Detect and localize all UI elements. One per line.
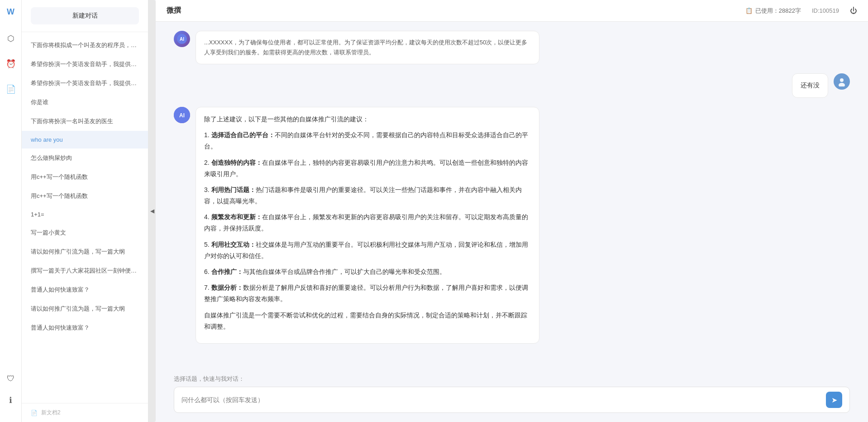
svg-text:AI: AI	[179, 112, 185, 119]
ai-message-row: AI 除了上述建议，以下是一些其他的自媒体推广引流的建议：1. 选择适合自己的平…	[174, 107, 850, 344]
ai-avatar-top: AI	[174, 31, 190, 47]
usage-text: 已使用：28822字	[755, 7, 801, 15]
svg-point-3	[840, 78, 844, 82]
toggle-arrow-icon: ◀	[150, 208, 154, 214]
top-ai-message: AI ...XXXXXX，为了确保每位使用者，都可以正常使用。为了保证资源平均分…	[174, 31, 850, 64]
new-chat-button[interactable]: 新建对话	[31, 7, 139, 24]
sidebar-item[interactable]: 希望你扮演一个英语发音助手，我提供给你...	[22, 55, 148, 74]
power-icon[interactable]: ⏻	[850, 7, 857, 15]
shield-icon[interactable]: 🛡	[4, 371, 18, 386]
hexagon-icon[interactable]: ⬡	[4, 31, 18, 46]
sidebar-list: 下面你将模拟成一个叫圣友的程序员，我说...希望你扮演一个英语发音助手，我提供给…	[22, 32, 148, 403]
app-logo[interactable]: W	[7, 7, 14, 17]
usage-info: 📋 已使用：28822字	[745, 7, 801, 15]
user-message-text: 还有没	[801, 82, 820, 89]
clock-icon[interactable]: ⏰	[4, 57, 18, 71]
sidebar-item[interactable]: 用c++写一个随机函数	[22, 168, 148, 187]
input-area: ➤	[174, 387, 850, 413]
send-button[interactable]: ➤	[826, 392, 842, 408]
user-avatar	[834, 73, 850, 90]
send-icon: ➤	[831, 396, 837, 404]
sidebar-item[interactable]: 你是谁	[22, 93, 148, 112]
chat-area: AI ...XXXXXX，为了确保每位使用者，都可以正常使用。为了保证资源平均分…	[156, 22, 868, 369]
top-message-bubble: ...XXXXXX，为了确保每位使用者，都可以正常使用。为了保证资源平均分配，建…	[196, 31, 539, 64]
sidebar-item[interactable]: 下面你将模拟成一个叫圣友的程序员，我说...	[22, 36, 148, 55]
sidebar-item[interactable]: 写一篇小黄文	[22, 223, 148, 242]
sidebar-header: 新建对话	[22, 0, 148, 32]
chat-bottom: 选择话题，快速与我对话： ➤	[156, 369, 868, 422]
quick-topics-label: 选择话题，快速与我对话：	[174, 375, 850, 383]
icon-bar: W ⬡ ⏰ 📄 🛡 ℹ	[0, 0, 22, 422]
ai-response-content: 除了上述建议，以下是一些其他的自媒体推广引流的建议：1. 选择适合自己的平台：不…	[204, 114, 531, 332]
sidebar-item[interactable]: 用c++写一个随机函数	[22, 187, 148, 206]
sidebar-item[interactable]: 普通人如何快速致富？	[22, 280, 148, 299]
sidebar-item[interactable]: 普通人如何快速致富？	[22, 318, 148, 337]
ai-avatar: AI	[174, 107, 190, 123]
sidebar-item[interactable]: 请以如何推广引流为题，写一篇大纲	[22, 242, 148, 261]
sidebar-item[interactable]: 下面你将扮演一名叫圣友的医生	[22, 112, 148, 131]
top-message-text: ...XXXXXX，为了确保每位使用者，都可以正常使用。为了保证资源平均分配，建…	[204, 39, 527, 56]
info-icon[interactable]: ℹ	[4, 393, 18, 408]
app-title: 微撰	[167, 6, 181, 15]
sidebar-item[interactable]: 撰写一篇关于八大家花园社区一刻钟便民生...	[22, 261, 148, 280]
sidebar-item[interactable]: 怎么做狗屎炒肉	[22, 149, 148, 168]
sidebar-bottom: 📄 新文档2	[22, 403, 148, 422]
topbar: 微撰 📋 已使用：28822字 ID:100519 ⏻	[156, 0, 868, 22]
svg-text:AI: AI	[180, 37, 184, 42]
user-id: ID:100519	[812, 7, 839, 14]
sidebar-item[interactable]: 请以如何推广引流为题，写一篇大纲	[22, 299, 148, 318]
chat-input[interactable]	[181, 396, 822, 403]
topbar-right: 📋 已使用：28822字 ID:100519 ⏻	[745, 7, 857, 15]
user-message-bubble: 还有没	[792, 73, 828, 98]
sidebar-item[interactable]: 希望你扮演一个英语发音助手，我提供给你...	[22, 74, 148, 93]
document-icon[interactable]: 📄	[4, 82, 18, 96]
sidebar: 新建对话 下面你将模拟成一个叫圣友的程序员，我说...希望你扮演一个英语发音助手…	[22, 0, 148, 422]
user-message-row: 还有没	[174, 73, 850, 98]
sidebar-item[interactable]: 1+1=	[22, 206, 148, 223]
main-area: 微撰 📋 已使用：28822字 ID:100519 ⏻ AI	[156, 0, 868, 422]
usage-icon: 📋	[745, 7, 753, 14]
sidebar-item[interactable]: who are you	[22, 131, 148, 149]
ai-message-bubble: 除了上述建议，以下是一些其他的自媒体推广引流的建议：1. 选择适合自己的平台：不…	[196, 107, 539, 344]
sidebar-bottom-doc-icon: 📄	[31, 410, 38, 416]
sidebar-toggle[interactable]: ◀	[148, 0, 156, 422]
sidebar-bottom-label: 新文档2	[41, 409, 61, 417]
